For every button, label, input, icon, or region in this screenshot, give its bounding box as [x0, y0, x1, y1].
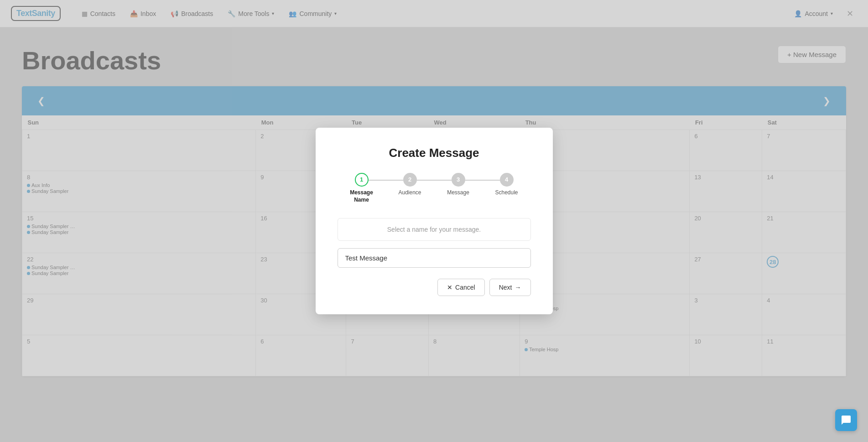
next-arrow-icon: → [515, 284, 521, 291]
step-circle-1: 1 [355, 173, 369, 187]
chat-icon [841, 415, 852, 426]
step-4: 4Schedule [483, 173, 531, 197]
next-label: Next [499, 284, 512, 291]
step-label-2: Audience [398, 189, 421, 197]
step-label-1: Message Name [350, 189, 373, 203]
modal-title: Create Message [338, 146, 531, 160]
next-button[interactable]: Next → [489, 279, 531, 296]
form-hint: Select a name for your message. [338, 218, 531, 241]
step-circle-3: 3 [452, 173, 465, 187]
cancel-button[interactable]: ✕ Cancel [437, 279, 485, 296]
modal-overlay: Create Message 1Message Name2Audience3Me… [0, 0, 868, 442]
step-3: 3Message [434, 173, 483, 197]
create-message-modal: Create Message 1Message Name2Audience3Me… [316, 128, 553, 314]
form-actions: ✕ Cancel Next → [338, 279, 531, 296]
step-1: 1Message Name [338, 173, 386, 203]
message-name-input[interactable] [338, 248, 531, 268]
step-2: 2Audience [386, 173, 434, 197]
step-label-3: Message [447, 189, 469, 197]
stepper: 1Message Name2Audience3Message4Schedule [338, 173, 531, 203]
step-circle-4: 4 [500, 173, 514, 187]
step-circle-2: 2 [403, 173, 417, 187]
chat-widget[interactable] [835, 409, 857, 431]
cancel-label: Cancel [455, 284, 475, 291]
step-label-4: Schedule [495, 189, 518, 197]
cancel-x-icon: ✕ [447, 284, 452, 291]
